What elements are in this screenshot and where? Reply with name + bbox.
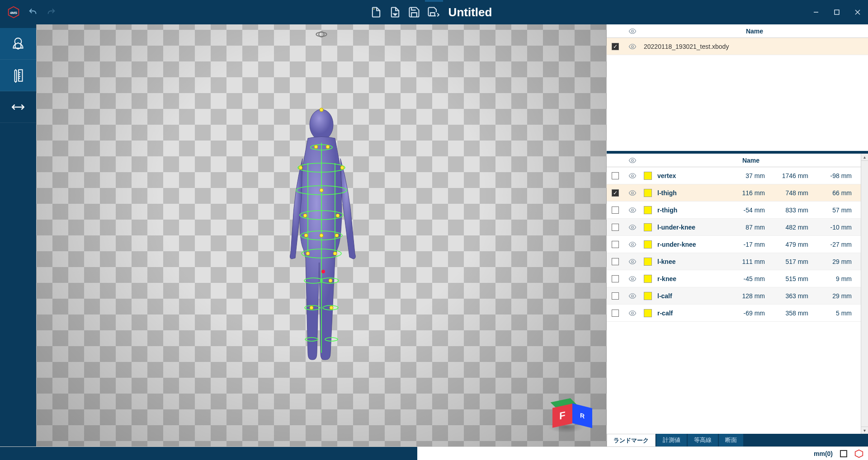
visibility-toggle-icon[interactable]: [624, 223, 641, 231]
svg-point-15: [316, 32, 326, 36]
color-swatch[interactable]: [641, 292, 655, 300]
landmark-z: -98 mm: [814, 172, 857, 179]
scroll-down-button[interactable]: ▾: [861, 427, 868, 434]
row-checkbox[interactable]: [612, 224, 619, 231]
landmark-row[interactable]: r-under-knee-17 mm479 mm-27 mm: [607, 236, 861, 253]
svg-point-59: [632, 295, 634, 297]
svg-point-33: [314, 145, 318, 149]
landmark-name: r-under-knee: [655, 241, 727, 248]
color-swatch[interactable]: [641, 223, 655, 231]
landmark-row[interactable]: r-knee-45 mm515 mm9 mm: [607, 270, 861, 287]
color-swatch[interactable]: [641, 309, 655, 317]
landmark-name: l-calf: [655, 292, 727, 300]
minimize-button[interactable]: [806, 0, 826, 24]
tab-inactive[interactable]: 断面: [719, 434, 743, 446]
landmark-name: r-calf: [655, 310, 727, 317]
visibility-toggle-icon[interactable]: [624, 240, 641, 249]
landmark-row[interactable]: r-thigh-54 mm833 mm57 mm: [607, 202, 861, 219]
cube-front-face[interactable]: F: [552, 404, 572, 427]
row-checkbox[interactable]: [612, 207, 619, 214]
titlebar-left: 4MS: [0, 0, 56, 24]
tab-inactive[interactable]: 計測値: [656, 434, 687, 446]
landmark-x: -69 mm: [727, 310, 770, 317]
row-checkbox[interactable]: [612, 241, 619, 248]
maximize-button[interactable]: [826, 0, 847, 24]
landmark-row[interactable]: l-knee111 mm517 mm29 mm: [607, 253, 861, 270]
row-checkbox[interactable]: [612, 310, 619, 317]
tool-model-button[interactable]: [0, 28, 36, 60]
svg-point-55: [632, 226, 634, 228]
scrollbar[interactable]: ▾: [861, 167, 868, 434]
svg-point-53: [632, 192, 634, 194]
scroll-up-button[interactable]: ▴: [861, 154, 868, 161]
landmark-row[interactable]: l-calf128 mm363 mm29 mm: [607, 287, 861, 305]
landmark-x: -17 mm: [727, 241, 770, 248]
visibility-toggle-icon[interactable]: [624, 189, 641, 197]
visibility-toggle-icon[interactable]: [624, 309, 641, 317]
row-checkbox[interactable]: [612, 275, 619, 282]
new-file-sparkle-icon[interactable]: [370, 6, 382, 19]
color-swatch[interactable]: [641, 258, 655, 266]
row-checkbox[interactable]: [612, 172, 619, 179]
landmark-row[interactable]: r-calf-69 mm358 mm5 mm: [607, 305, 861, 322]
status-logo-icon[interactable]: [854, 449, 863, 458]
redo-icon[interactable]: [46, 7, 56, 17]
color-swatch[interactable]: [641, 240, 655, 249]
color-swatch[interactable]: [641, 189, 655, 197]
undo-icon[interactable]: [28, 7, 38, 17]
tab-active[interactable]: ランドマーク: [607, 434, 656, 446]
visibility-column-icon[interactable]: [624, 156, 641, 164]
tool-arrows-button[interactable]: [0, 91, 36, 123]
svg-point-56: [632, 243, 634, 245]
svg-point-47: [329, 279, 332, 282]
tab-inactive[interactable]: 等高線: [688, 434, 718, 446]
save-icon[interactable]: [408, 6, 420, 19]
svg-point-32: [320, 108, 323, 112]
visibility-toggle-icon[interactable]: [624, 172, 641, 180]
landmark-row[interactable]: l-thigh116 mm748 mm66 mm: [607, 184, 861, 202]
landmark-name: r-thigh: [655, 207, 727, 214]
row-checkbox[interactable]: [612, 189, 619, 197]
landmark-name: l-thigh: [655, 189, 727, 197]
svg-point-46: [330, 306, 333, 310]
visibility-toggle-icon[interactable]: [624, 275, 641, 283]
panel-body-list: Name 20220118_193021_test.xbody: [607, 24, 868, 151]
visibility-toggle-icon[interactable]: [624, 258, 641, 266]
svg-point-52: [632, 174, 634, 177]
body-list-row[interactable]: 20220118_193021_test.xbody: [607, 38, 868, 55]
row-checkbox[interactable]: [612, 292, 619, 300]
landmark-x: 37 mm: [727, 172, 770, 179]
svg-point-2: [373, 9, 374, 9]
status-square-icon[interactable]: [840, 450, 847, 457]
svg-point-58: [632, 277, 634, 280]
close-button[interactable]: [847, 0, 868, 24]
landmark-row[interactable]: vertex37 mm1746 mm-98 mm: [607, 167, 861, 184]
color-swatch[interactable]: [641, 275, 655, 283]
landmark-y: 748 mm: [770, 189, 814, 197]
visibility-toggle-icon[interactable]: [624, 42, 641, 51]
open-file-icon[interactable]: [389, 6, 401, 19]
svg-point-36: [340, 166, 344, 169]
document-title: Untitled: [448, 5, 492, 19]
orientation-cube[interactable]: F R: [552, 401, 580, 428]
color-swatch[interactable]: [641, 206, 655, 214]
viewport-3d[interactable]: F R: [36, 24, 607, 446]
row-checkbox[interactable]: [612, 258, 619, 265]
tool-measure-button[interactable]: [0, 60, 36, 91]
svg-point-60: [632, 312, 634, 314]
row-checkbox[interactable]: [612, 43, 619, 50]
color-swatch[interactable]: [641, 172, 655, 180]
landmark-x: 111 mm: [727, 258, 770, 265]
viewport-orbit-icon[interactable]: [315, 28, 328, 41]
save-as-icon[interactable]: [427, 6, 439, 19]
visibility-toggle-icon[interactable]: [624, 292, 641, 300]
visibility-column-icon[interactable]: [624, 27, 641, 35]
visibility-toggle-icon[interactable]: [624, 206, 641, 214]
landmark-y: 833 mm: [770, 207, 814, 214]
landmark-y: 363 mm: [770, 292, 814, 300]
body-mesh: [263, 100, 380, 371]
svg-point-40: [320, 234, 323, 237]
landmark-row[interactable]: l-under-knee87 mm482 mm-10 mm: [607, 219, 861, 236]
landmark-x: -54 mm: [727, 207, 770, 214]
landmark-y: 1746 mm: [770, 172, 814, 179]
